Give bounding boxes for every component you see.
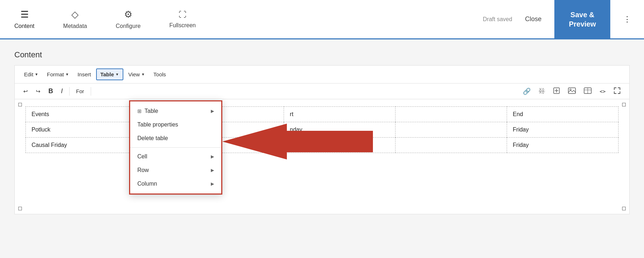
configure-icon: ⚙	[124, 9, 132, 20]
table-cell[interactable]: rt	[284, 107, 396, 122]
redo-icon: ↪	[36, 88, 41, 94]
menu-item-cell-left: Cell	[137, 153, 147, 160]
submenu-arrow-column: ▶	[211, 181, 214, 186]
menu-item-cell-label: Cell	[137, 153, 147, 160]
tab-fullscreen[interactable]: ⛶ Fullscreen	[155, 0, 210, 39]
table-dropdown-menu: ⊞ Table ▶ Table properties Delete table …	[129, 100, 222, 195]
selection-handle-br	[622, 207, 626, 210]
table-row-header: Events rt End	[26, 107, 619, 122]
menu-item-row[interactable]: Row ▶	[130, 163, 221, 177]
tab-configure[interactable]: ⚙ Configure	[101, 0, 155, 39]
tools-menu-button[interactable]: Tools	[150, 69, 170, 80]
menu-item-table-properties-left: Table properties	[137, 121, 178, 128]
metadata-label: Metadata	[63, 23, 87, 29]
metadata-icon: ◇	[71, 9, 79, 20]
anchor-button[interactable]	[550, 86, 563, 97]
editor-body[interactable]: Events rt End Potluck nday Friday	[15, 99, 629, 214]
menu-item-table-properties-label: Table properties	[137, 121, 178, 128]
selection-handle-bl	[18, 207, 22, 210]
code-button[interactable]: <>	[597, 87, 609, 96]
toolbar-divider	[69, 87, 70, 96]
undo-button[interactable]: ↩	[20, 87, 31, 96]
editor-container: Edit ▼ Format ▼ Insert Table ▼ View ▼ To…	[14, 65, 630, 214]
table-cell[interactable]: Friday	[507, 138, 619, 153]
bold-button[interactable]: B	[46, 86, 56, 96]
format-dropdown-arrow: ▼	[65, 72, 69, 76]
submenu-arrow-row: ▶	[211, 168, 214, 173]
menu-item-row-left: Row	[137, 167, 149, 173]
table-label: Table	[100, 71, 114, 77]
expand-button[interactable]	[611, 86, 624, 97]
format-menu-button[interactable]: Format ▼	[43, 69, 72, 80]
tab-content[interactable]: ☰ Content	[0, 0, 49, 39]
submenu-arrow-table: ▶	[211, 109, 214, 114]
save-preview-button[interactable]: Save &Preview	[554, 0, 610, 39]
editor-toolbar-row1: Edit ▼ Format ▼ Insert Table ▼ View ▼ To…	[15, 66, 629, 83]
table-menu-button[interactable]: Table ▼	[96, 68, 123, 80]
format-text-label: For	[76, 88, 84, 94]
fullscreen-label: Fullscreen	[169, 22, 196, 29]
menu-item-delete-table-label: Delete table	[137, 135, 168, 142]
menu-item-table[interactable]: ⊞ Table ▶	[130, 104, 221, 118]
table-cell[interactable]	[396, 138, 507, 153]
menu-item-column-left: Column	[137, 181, 157, 187]
link-button[interactable]: 🔗	[520, 86, 534, 97]
view-menu-button[interactable]: View ▼	[125, 69, 148, 80]
table-cell[interactable]: Friday	[507, 122, 619, 138]
view-label: View	[128, 71, 140, 77]
more-options-button[interactable]: ⋮	[617, 15, 637, 24]
format-text-button[interactable]: For	[73, 87, 87, 96]
configure-label: Configure	[116, 23, 141, 29]
content-label: Content	[14, 23, 34, 29]
content-table[interactable]: Events rt End Potluck nday Friday	[25, 106, 619, 153]
menu-item-table-left: ⊞ Table	[137, 108, 158, 114]
menu-item-table-label: Table	[145, 108, 158, 114]
undo-icon: ↩	[23, 88, 28, 94]
insert-menu-button[interactable]: Insert	[74, 69, 95, 80]
media-icon	[584, 87, 592, 94]
unlink-button[interactable]: ⛓	[536, 86, 548, 96]
media-button[interactable]	[581, 86, 595, 97]
menu-item-row-label: Row	[137, 167, 149, 173]
table-row: Causal Friday day Friday	[26, 138, 619, 153]
table-cell[interactable]: nday	[284, 122, 396, 138]
edit-dropdown-arrow: ▼	[35, 72, 38, 76]
menu-item-cell[interactable]: Cell ▶	[130, 150, 221, 163]
redo-button[interactable]: ↪	[33, 87, 43, 96]
editor-toolbar-row2: ↩ ↪ B I For 🔗 ⛓	[15, 83, 629, 99]
tab-metadata[interactable]: ◇ Metadata	[49, 0, 101, 39]
menu-item-delete-table[interactable]: Delete table	[130, 132, 221, 145]
menu-item-column[interactable]: Column ▶	[130, 177, 221, 191]
selection-handle-tl	[18, 103, 22, 106]
table-cell[interactable]: day	[284, 138, 396, 153]
fullscreen-icon: ⛶	[179, 10, 186, 19]
italic-button[interactable]: I	[58, 86, 66, 96]
table-cell[interactable]	[396, 107, 507, 122]
submenu-arrow-cell: ▶	[211, 154, 214, 159]
close-button[interactable]: Close	[519, 13, 547, 26]
table-row: Potluck nday Friday	[26, 122, 619, 138]
anchor-icon	[553, 87, 560, 94]
menu-item-table-properties[interactable]: Table properties	[130, 118, 221, 132]
insert-label: Insert	[77, 71, 91, 77]
content-section-label: Content	[14, 50, 630, 59]
expand-icon	[614, 87, 621, 94]
menu-divider	[130, 147, 221, 148]
tools-label: Tools	[153, 71, 166, 77]
table-menu-icon: ⊞	[137, 108, 142, 114]
format-label: Format	[47, 71, 64, 77]
table-cell[interactable]	[396, 122, 507, 138]
draft-saved-status: Draft saved	[483, 16, 512, 23]
view-dropdown-arrow: ▼	[141, 72, 145, 76]
table-dropdown-arrow: ▼	[115, 72, 119, 76]
table-cell[interactable]: End	[507, 107, 619, 122]
selection-handle-tr	[622, 103, 626, 106]
edit-menu-button[interactable]: Edit ▼	[20, 69, 42, 80]
toolbar-divider2	[91, 87, 91, 96]
main-area: Content Edit ▼ Format ▼ Insert Table ▼ V…	[0, 39, 644, 225]
svg-rect-3	[568, 88, 576, 94]
bold-icon: B	[48, 87, 53, 95]
image-icon	[568, 87, 576, 94]
image-button[interactable]	[565, 86, 579, 97]
topbar: ☰ Content ◇ Metadata ⚙ Configure ⛶ Fulls…	[0, 0, 644, 39]
